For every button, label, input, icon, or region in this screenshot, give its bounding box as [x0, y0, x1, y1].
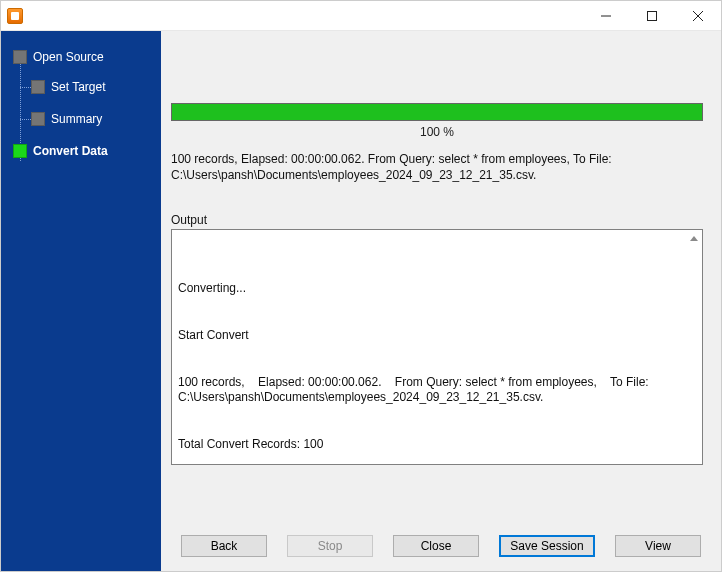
- window-close-button[interactable]: [675, 1, 721, 30]
- sidebar-item-summary[interactable]: Summary: [1, 107, 161, 131]
- back-button[interactable]: Back: [181, 535, 267, 557]
- progress-area: 100 %: [171, 103, 703, 139]
- titlebar: [1, 1, 721, 31]
- progress-percent-text: 100 %: [171, 125, 703, 139]
- status-line-2: C:\Users\pansh\Documents\employees_2024_…: [171, 168, 536, 182]
- status-line-1: 100 records, Elapsed: 00:00:00.062. From…: [171, 152, 612, 166]
- view-button[interactable]: View: [615, 535, 701, 557]
- sidebar-item-label: Convert Data: [33, 144, 108, 158]
- window-buttons: [583, 1, 721, 30]
- tree-connector-h: [20, 119, 31, 120]
- sidebar-item-set-target[interactable]: Set Target: [1, 75, 161, 99]
- window-maximize-button[interactable]: [629, 1, 675, 30]
- window-minimize-button[interactable]: [583, 1, 629, 30]
- sidebar-item-convert-data[interactable]: Convert Data: [1, 139, 161, 163]
- svg-rect-1: [648, 11, 657, 20]
- output-line: Total Convert Records: 100: [178, 437, 686, 453]
- sidebar-item-label: Summary: [51, 112, 102, 126]
- app-window: Open Source Set Target Summary Convert D…: [0, 0, 722, 572]
- sidebar-item-open-source[interactable]: Open Source: [1, 45, 161, 69]
- output-label: Output: [171, 213, 703, 227]
- svg-line-2: [693, 11, 703, 21]
- step-box-icon: [31, 80, 45, 94]
- content: 100 % 100 records, Elapsed: 00:00:00.062…: [161, 31, 721, 521]
- svg-line-3: [693, 11, 703, 21]
- app-icon: [7, 8, 23, 24]
- body: Open Source Set Target Summary Convert D…: [1, 31, 721, 571]
- sidebar: Open Source Set Target Summary Convert D…: [1, 31, 161, 571]
- tree-connector-h: [20, 87, 31, 88]
- button-bar: Back Stop Close Save Session View: [161, 521, 721, 571]
- step-box-icon: [13, 144, 27, 158]
- sidebar-item-label: Set Target: [51, 80, 105, 94]
- step-box-icon: [31, 112, 45, 126]
- main-panel: 100 % 100 records, Elapsed: 00:00:00.062…: [161, 31, 721, 571]
- save-session-button[interactable]: Save Session: [499, 535, 595, 557]
- close-button[interactable]: Close: [393, 535, 479, 557]
- output-line: Converting...: [178, 281, 686, 297]
- scroll-up-icon[interactable]: [688, 232, 700, 244]
- stop-button[interactable]: Stop: [287, 535, 373, 557]
- output-line: Start Convert: [178, 328, 686, 344]
- status-text: 100 records, Elapsed: 00:00:00.062. From…: [171, 151, 703, 183]
- output-line: 100 records, Elapsed: 00:00:00.062. From…: [178, 375, 686, 406]
- step-box-icon: [13, 50, 27, 64]
- output-textbox[interactable]: Converting... Start Convert 100 records,…: [171, 229, 703, 465]
- titlebar-left: [1, 8, 35, 24]
- progress-bar: [171, 103, 703, 121]
- sidebar-item-label: Open Source: [33, 50, 104, 64]
